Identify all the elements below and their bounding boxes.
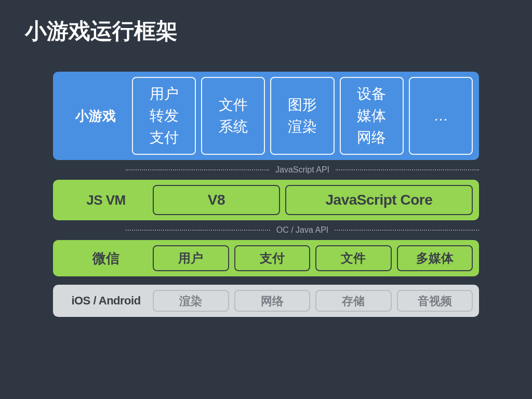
layer-minigame-boxes: 用户 转发 支付 文件 系统 图形 渲染 设备 媒体 网络 … — [132, 77, 473, 155]
layer-jsvm-boxes: V8 JavaScript Core — [153, 185, 473, 215]
divider-oc-java-api: OC / Java API — [53, 225, 479, 235]
box-wechat-pay: 支付 — [234, 245, 311, 271]
divider-line — [126, 230, 270, 231]
box-os-network: 网络 — [234, 290, 311, 312]
layer-wechat-label: 微信 — [59, 245, 153, 271]
box-os-av: 音视频 — [397, 290, 473, 312]
layer-os: iOS / Android 渲染 网络 存储 音视频 — [53, 285, 479, 317]
layer-os-label: iOS / Android — [59, 290, 153, 312]
box-graphics-render: 图形 渲染 — [270, 77, 334, 155]
divider-js-api: JavaScript API — [53, 165, 479, 175]
box-user-forward-pay: 用户 转发 支付 — [132, 77, 196, 155]
layer-minigame: 小游戏 用户 转发 支付 文件 系统 图形 渲染 设备 媒体 网络 … — [53, 72, 479, 160]
text: 网络 — [357, 127, 386, 149]
box-more: … — [409, 77, 473, 155]
text: 多媒体 — [416, 249, 454, 268]
text: 媒体 — [357, 105, 386, 127]
box-wechat-multimedia: 多媒体 — [397, 245, 473, 271]
box-wechat-file: 文件 — [315, 245, 392, 271]
box-device-media-network: 设备 媒体 网络 — [340, 77, 404, 155]
box-file-system: 文件 系统 — [201, 77, 265, 155]
text: 支付 — [150, 127, 179, 149]
text: 用户 — [150, 83, 179, 105]
divider-line — [126, 169, 269, 170]
box-jscore: JavaScript Core — [285, 185, 473, 215]
layer-wechat: 微信 用户 支付 文件 多媒体 — [53, 240, 479, 276]
text: 系统 — [219, 116, 248, 138]
text: … — [433, 105, 448, 127]
text: 存储 — [342, 292, 365, 310]
text: 渲染 — [179, 292, 202, 310]
layer-minigame-label: 小游戏 — [59, 77, 132, 155]
divider-js-api-label: JavaScript API — [275, 165, 329, 175]
layer-wechat-boxes: 用户 支付 文件 多媒体 — [153, 245, 473, 271]
box-os-render: 渲染 — [153, 290, 229, 312]
box-wechat-user: 用户 — [153, 245, 229, 271]
layer-os-boxes: 渲染 网络 存储 音视频 — [153, 290, 473, 312]
text: JavaScript Core — [326, 189, 433, 211]
box-os-storage: 存储 — [315, 290, 392, 312]
text: 网络 — [261, 292, 284, 310]
box-v8: V8 — [153, 185, 280, 215]
text: 音视频 — [418, 292, 452, 310]
divider-line — [335, 230, 479, 231]
text: V8 — [208, 189, 225, 211]
text: 转发 — [150, 105, 179, 127]
layer-jsvm: JS VM V8 JavaScript Core — [53, 180, 479, 220]
text: 文件 — [219, 94, 248, 116]
diagram-title: 小游戏运行框架 — [0, 0, 532, 46]
text: 渲染 — [288, 116, 317, 138]
architecture-stack: 小游戏 用户 转发 支付 文件 系统 图形 渲染 设备 媒体 网络 … — [53, 72, 479, 317]
divider-oc-java-api-label: OC / Java API — [276, 225, 328, 235]
text: 图形 — [288, 94, 317, 116]
text: 设备 — [357, 83, 386, 105]
text: 文件 — [341, 249, 366, 268]
text: 支付 — [260, 249, 285, 268]
layer-jsvm-label: JS VM — [59, 185, 153, 215]
text: 用户 — [178, 249, 203, 268]
divider-line — [336, 169, 479, 170]
